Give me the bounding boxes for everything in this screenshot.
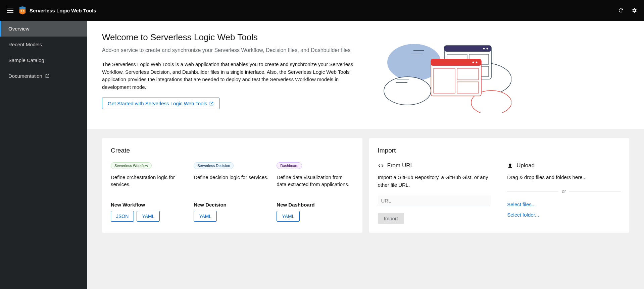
svg-point-11 — [487, 48, 488, 50]
sidebar-item-label: Recent Models — [8, 42, 42, 47]
create-title: Create — [111, 147, 354, 154]
get-started-button[interactable]: Get Started with Serverless Logic Web To… — [102, 98, 219, 109]
select-folder-link[interactable]: Select folder... — [507, 212, 621, 218]
external-link-icon — [45, 74, 50, 78]
from-url-label: From URL — [387, 162, 413, 169]
create-desc: Define orchestration logic for services. — [111, 174, 188, 196]
from-url-section: From URL Import a GitHub Repository, a G… — [378, 162, 491, 224]
sidebar-item-overview[interactable]: Overview — [0, 21, 87, 37]
create-desc: Define data visualization from data extr… — [277, 174, 353, 196]
create-button-row: YAML — [194, 211, 270, 222]
header-right — [618, 7, 637, 13]
create-subheading: New Decision — [194, 202, 270, 208]
create-yaml-button[interactable]: YAML — [137, 211, 160, 222]
from-url-heading: From URL — [378, 162, 491, 169]
owl-logo-icon — [19, 6, 26, 14]
create-badge: Serverless Workflow — [111, 162, 152, 169]
create-col-dashboard: DashboardDefine data visualization from … — [277, 162, 353, 222]
hero-subtitle: Add-on service to create and synchronize… — [102, 47, 364, 53]
svg-point-3 — [23, 11, 24, 11]
upload-desc: Drag & drop files and folders here... — [507, 174, 621, 181]
sidebar-item-documentation[interactable]: Documentation — [0, 68, 87, 84]
create-col-serverless-decision: Serverless DecisionDefine decision logic… — [194, 162, 270, 222]
header-left: Serverless Logic Web Tools — [7, 6, 96, 14]
create-card: Create Serverless WorkflowDefine orchest… — [102, 138, 362, 233]
hero-title: Welcome to Serverless Logic Web Tools — [102, 32, 364, 43]
sidebar-item-label: Documentation — [8, 73, 42, 79]
url-input[interactable] — [378, 195, 491, 206]
hero-illustration — [377, 32, 511, 114]
refresh-icon[interactable] — [618, 7, 624, 13]
svg-point-18 — [476, 62, 478, 63]
create-badge: Dashboard — [277, 162, 302, 169]
import-card: Import From URL Import a GitHub Reposito… — [369, 138, 630, 233]
hero-text: Welcome to Serverless Logic Web Tools Ad… — [102, 32, 364, 114]
sidebar-item-recent-models[interactable]: Recent Models — [0, 37, 87, 52]
create-json-button[interactable]: JSON — [111, 211, 134, 222]
app-header: Serverless Logic Web Tools — [0, 0, 644, 21]
hero-section: Welcome to Serverless Logic Web Tools Ad… — [87, 21, 644, 129]
svg-point-2 — [21, 11, 21, 11]
hamburger-menu-button[interactable] — [7, 8, 13, 13]
sidebar-item-label: Sample Catalog — [8, 57, 44, 63]
upload-label: Upload — [516, 162, 535, 169]
svg-point-17 — [473, 62, 474, 63]
main-content: Welcome to Serverless Logic Web Tools Ad… — [87, 21, 644, 289]
hero-description: The Serverless Logic Web Tools is a web … — [102, 61, 364, 91]
upload-section: Upload Drag & drop files and folders her… — [507, 162, 621, 224]
create-button-row: YAML — [277, 211, 353, 222]
logo-wrap: Serverless Logic Web Tools — [19, 6, 96, 14]
cards-row: Create Serverless WorkflowDefine orchest… — [87, 129, 644, 242]
external-link-icon — [209, 101, 214, 106]
create-yaml-button[interactable]: YAML — [194, 211, 217, 222]
create-col-serverless-workflow: Serverless WorkflowDefine orchestration … — [111, 162, 188, 222]
create-desc: Define decision logic for services. — [194, 174, 270, 196]
upload-icon — [507, 163, 513, 169]
settings-gear-icon[interactable] — [631, 7, 637, 13]
svg-point-6 — [384, 77, 431, 105]
import-title: Import — [378, 147, 621, 154]
create-subheading: New Dashboard — [277, 202, 353, 208]
get-started-label: Get Started with Serverless Logic Web To… — [108, 101, 207, 106]
create-yaml-button[interactable]: YAML — [277, 211, 300, 222]
code-icon — [378, 163, 384, 169]
sidebar-nav: OverviewRecent ModelsSample CatalogDocum… — [0, 21, 87, 289]
upload-heading: Upload — [507, 162, 621, 169]
sidebar-item-sample-catalog[interactable]: Sample Catalog — [0, 52, 87, 68]
select-files-link[interactable]: Select files... — [507, 201, 621, 207]
create-subheading: New Workflow — [111, 202, 188, 208]
create-button-row: JSONYAML — [111, 211, 188, 222]
sidebar-item-label: Overview — [8, 26, 30, 32]
svg-point-10 — [483, 48, 485, 50]
from-url-desc: Import a GitHub Repository, a GitHub Gis… — [378, 174, 491, 189]
app-title: Serverless Logic Web Tools — [30, 8, 96, 13]
import-button[interactable]: Import — [378, 213, 404, 224]
create-badge: Serverless Decision — [194, 162, 234, 169]
or-divider: or — [507, 189, 621, 194]
